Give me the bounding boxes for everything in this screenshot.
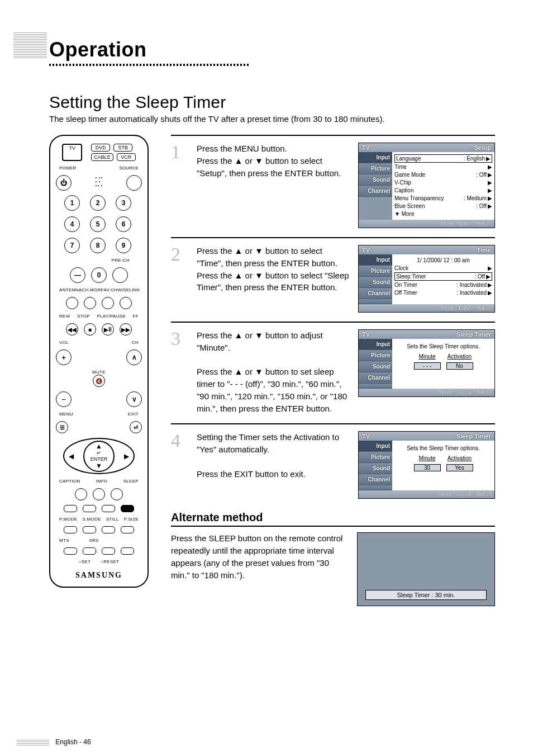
indicator-dots: ∘ ∘∘∘ ∘∘∘ ∘ [95, 175, 103, 191]
vol-down: － [56, 391, 72, 407]
osd-tab: Channel [359, 288, 392, 299]
osd-row: Game Mode: Off▶ [394, 171, 492, 178]
mute-button: 🔇 [93, 375, 105, 387]
still-button [102, 526, 115, 533]
header-hatch [13, 32, 47, 58]
osd-tab: Input [359, 339, 392, 350]
digit-3: 3 [116, 195, 131, 211]
digit-1: 1 [64, 195, 80, 211]
osd-tab [359, 299, 392, 304]
extra-button-1 [102, 547, 115, 555]
osd-titlebar: TVSetup [359, 143, 494, 152]
digit-2: 2 [90, 195, 106, 211]
dash-key: — [70, 267, 85, 283]
step-text: Press the MENU button.Press the ▲ or ▼ b… [197, 143, 350, 228]
osd-hint: Return [477, 492, 492, 497]
exit-button: ⏎ [130, 421, 142, 433]
osd-hint: Move [439, 492, 451, 497]
step-number: 2 [171, 245, 189, 313]
alternate-block: Alternate method Press the SLEEP button … [171, 508, 495, 606]
psize-button [121, 526, 134, 533]
ch-label: CH [132, 340, 139, 345]
osd-footer: MoveAdjustReturn [359, 490, 494, 498]
up-arrow-icon: ▲ [96, 442, 102, 450]
digit-4: 4 [64, 216, 80, 232]
osd-field-headers: MinuteActivation [394, 455, 492, 464]
section-header: Operation [49, 38, 250, 68]
favch-label: FAV.CH [101, 287, 117, 292]
osd-message: Sets the Sleep Timer options. [394, 443, 492, 455]
exit-label: EXIT [128, 412, 139, 417]
color-a [64, 505, 77, 512]
osd-row: V-Chip▶ [394, 179, 492, 186]
digit-9: 9 [116, 238, 131, 253]
color-b [83, 505, 96, 512]
brand-logo: SAMSUNG [75, 571, 122, 580]
osd-tabs: InputPictureSoundChannel [359, 441, 392, 490]
step-number: 1 [171, 143, 189, 228]
osd-tab: Input [359, 441, 392, 452]
vol-label: VOL [59, 340, 69, 345]
smode-label: S.MODE [82, 517, 101, 522]
ch-up: ∧ [126, 349, 142, 365]
page-footer: English - 46 [17, 738, 91, 746]
number-pad: 1 2 3 4 5 6 7 8 9 [64, 195, 134, 253]
digit-5: 5 [90, 216, 106, 232]
srs-button [83, 547, 96, 555]
wiselink-label: WISELINK [117, 287, 140, 292]
osd-row: Clock▶ [394, 264, 492, 272]
ch-down: ∨ [126, 391, 142, 407]
osd-screenshot: TVSleep Timer InputPictureSoundChannelSe… [358, 329, 495, 397]
step: 3 Press the ▲ or ▼ button to adjust "Min… [171, 322, 495, 414]
source-button [126, 175, 142, 191]
set-label: ○SET [79, 559, 91, 564]
osd-hint: Move [439, 390, 451, 395]
digit-6: 6 [116, 216, 131, 232]
source-label: SOURCE [120, 166, 139, 171]
footer-text: English - 46 [55, 738, 91, 746]
info-label: INFO [96, 479, 107, 484]
osd-hint: Move [441, 221, 453, 226]
playpause-button: ▶II [102, 323, 114, 336]
osd-titlebar: TVSleep Timer [359, 330, 494, 339]
step-text: Press the ▲ or ▼ button to select "Time"… [197, 245, 350, 313]
osd-hint: Return [477, 390, 492, 395]
caption-button [75, 488, 87, 500]
osd-panel: 1/ 1/2006/ 12 : 00 amClock▶Sleep Timer: … [392, 254, 494, 304]
step: 1 Press the MENU button.Press the ▲ or ▼… [171, 135, 495, 228]
step: 2 Press the ▲ or ▼ button to select "Tim… [171, 237, 495, 313]
osd-footer: MoveAdjustReturn [359, 389, 494, 396]
prech-key [112, 267, 128, 283]
dvd-key: DVD [91, 144, 110, 152]
down-arrow-icon: ▼ [96, 462, 102, 470]
right-arrow-icon: ▶ [124, 452, 129, 460]
osd-tab: Picture [359, 266, 392, 277]
osd-panel: Language: English▶Time▶Game Mode: Off▶V-… [392, 152, 494, 220]
osd-row: Caption▶ [394, 187, 492, 194]
stop-label: STOP [77, 314, 90, 319]
osd-hint: Enter [459, 305, 471, 311]
power-label: POWER [59, 166, 76, 171]
osd-tab: Picture [359, 163, 392, 174]
favch-button [102, 297, 114, 309]
osd-tab: Input [359, 254, 392, 266]
osd-tab: Input [359, 152, 392, 163]
stb-key: STB [113, 144, 132, 152]
osd-footer: MoveEnterReturn [359, 220, 494, 228]
step-text: Setting the Timer sets the Activation to… [197, 431, 350, 499]
srs-label: SRS [89, 538, 98, 543]
osd-tab: Sound [359, 277, 392, 288]
osd-tab: Channel [359, 372, 392, 384]
color-d [121, 505, 134, 512]
chmgr-button [84, 297, 96, 309]
osd-titlebar: TVTime [359, 245, 494, 254]
playpause-label: PLAY/PAUSE [97, 314, 126, 319]
osd-row: Language: English▶ [394, 154, 492, 163]
osd-row: On Timer: Inactivated▶ [394, 281, 492, 289]
pmode-label: P.MODE [59, 517, 77, 522]
mts-button [64, 547, 77, 555]
osd-row: Sleep Timer: Off▶ [394, 272, 492, 281]
header-rule [49, 64, 250, 66]
osd-row: Blue Screen: Off▶ [394, 202, 492, 210]
wiselink-button [120, 297, 132, 309]
